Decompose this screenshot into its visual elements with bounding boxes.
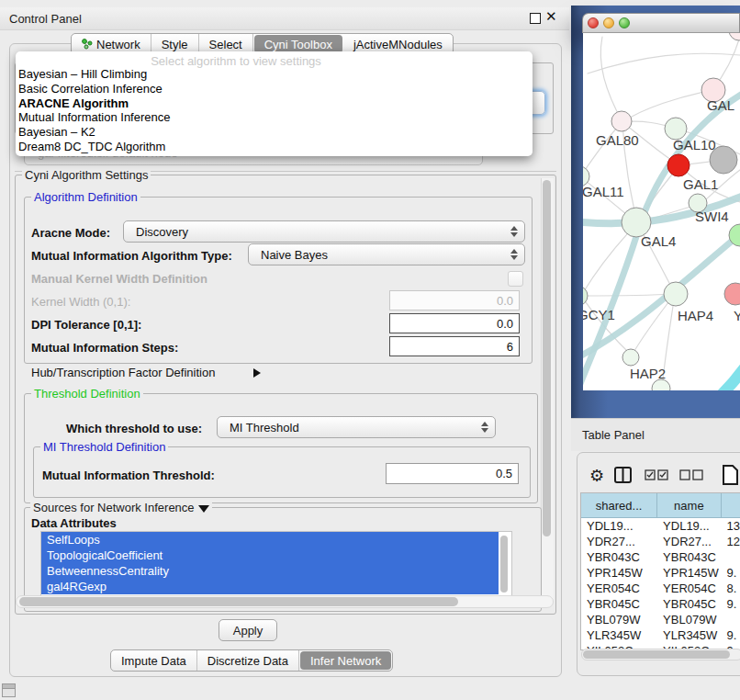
apply-button-label: Apply [233, 624, 263, 638]
aracne-mode-label: Aracne Mode: [31, 226, 110, 240]
network-node-label: GAL [707, 97, 734, 113]
table-row[interactable]: YDL19...YDL19...13 [581, 518, 740, 534]
network-node-hap2[interactable] [622, 349, 639, 366]
network-node[interactable] [729, 33, 740, 40]
network-node-hap4[interactable] [664, 282, 688, 306]
network-node-label: GAL10 [673, 137, 716, 152]
which-threshold-value: MI Threshold [230, 421, 299, 435]
attribute-list-item[interactable]: BetweennessCentrality [41, 563, 499, 579]
mi-threshold-label: Mutual Information Threshold: [42, 469, 215, 482]
column-header[interactable] [722, 493, 740, 518]
float-window-icon[interactable] [530, 13, 541, 24]
table-row[interactable]: YDR27...YDR27...12 [581, 534, 740, 549]
minimize-traffic-light-icon[interactable] [603, 17, 614, 28]
stepper-icon [510, 226, 518, 237]
dock-window-icon[interactable] [2, 683, 16, 697]
mi-threshold-field[interactable]: 0.5 [386, 463, 519, 484]
network-window-titlebar[interactable] [582, 13, 740, 33]
tab-discretize-data[interactable]: Discretize Data [197, 650, 299, 671]
control-panel-title: Control Panel [9, 12, 82, 26]
dpi-tolerance-field[interactable]: 0.0 [389, 313, 520, 333]
deselect-all-icon[interactable] [679, 469, 705, 481]
table-header-row: shared...name [581, 493, 740, 518]
network-edge [622, 90, 712, 122]
hub-expand-arrow-icon[interactable] [253, 367, 261, 380]
network-node-label: HAP4 [678, 308, 713, 323]
select-all-checks-icon[interactable] [645, 469, 670, 481]
settings-vertical-scrollbar-thumb[interactable] [543, 180, 551, 536]
kernel-width-field[interactable]: 0.0 [389, 290, 520, 310]
network-view-canvas[interactable]: GALGAL80GAL10GAL1GAL11SWI4GAL4GCY1HAP4YH… [583, 33, 740, 390]
close-icon[interactable]: ✕ [545, 8, 557, 25]
attribute-list-item[interactable]: SelfLoops [41, 532, 499, 548]
hub-definition-label: Hub/Transcription Factor Definition [31, 366, 215, 379]
node-table[interactable]: shared...name YDL19...YDL19...13YDR27...… [580, 492, 740, 650]
network-node-label: GAL1 [683, 176, 718, 192]
network-graph: GALGAL80GAL10GAL1GAL11SWI4GAL4GCY1HAP4YH… [583, 33, 740, 390]
algorithm-option[interactable]: Mutual Information Inference [18, 110, 170, 124]
network-node-gal1[interactable] [667, 154, 690, 176]
network-node-label: GAL80 [596, 132, 639, 148]
table-cell: 9. [722, 565, 740, 581]
network-node-y[interactable] [724, 283, 740, 305]
algorithm-option[interactable]: Bayesian – K2 [18, 125, 95, 139]
table-cell: YBL079W [581, 612, 657, 627]
manual-kernel-checkbox[interactable] [508, 271, 523, 287]
table-row[interactable]: YPR145WYPR145W9. [581, 565, 740, 581]
sources-legend: Sources for Network Inference [30, 501, 212, 514]
zoom-traffic-light-icon[interactable] [619, 17, 630, 28]
gear-icon[interactable]: ⚙ [589, 466, 604, 485]
algorithm-option[interactable]: ARACNE Algorithm [18, 96, 129, 110]
tab-label: jActiveMNodules [353, 38, 443, 51]
settings-horizontal-scrollbar-thumb[interactable] [19, 597, 458, 606]
file-icon[interactable] [722, 464, 738, 486]
tab-cyni-toolbox[interactable]: Cyni Toolbox [254, 35, 342, 53]
table-horizontal-scrollbar-thumb[interactable] [583, 650, 730, 659]
column-header[interactable]: name [657, 493, 721, 518]
collapse-arrow-icon[interactable] [198, 505, 209, 513]
attribute-list-item[interactable]: TopologicalCoefficient [41, 548, 499, 563]
tab-infer-network[interactable]: Infer Network [300, 651, 391, 670]
sources-legend-text: Sources for Network Inference [33, 501, 195, 514]
algorithm-option[interactable]: Dream8 DC_TDC Algorithm [18, 140, 165, 153]
algorithm-option[interactable]: Basic Correlation Inference [18, 82, 163, 96]
table-cell: 8. [722, 581, 740, 596]
table-row[interactable]: YBL079WYBL079W [581, 612, 740, 627]
mi-steps-field[interactable]: 6 [389, 336, 520, 356]
mi-steps-value: 6 [507, 340, 513, 354]
tab-label: Infer Network [310, 654, 381, 668]
column-header[interactable]: shared... [581, 493, 657, 518]
close-traffic-light-icon[interactable] [588, 17, 599, 28]
attribute-list-item[interactable]: gal4RGexp [41, 579, 499, 594]
bottom-tab-bar: Impute DataDiscretize DataInfer Network [110, 649, 393, 672]
table-cell: YDR27... [581, 534, 657, 549]
table-cell: YER054C [657, 581, 721, 596]
network-node-gcy1[interactable] [583, 286, 588, 306]
table-cell [722, 549, 740, 565]
aracne-mode-value: Discovery [136, 225, 188, 239]
mi-type-combo[interactable]: Naive Bayes [248, 243, 525, 265]
which-threshold-combo[interactable]: MI Threshold [217, 416, 496, 438]
table-cell: YER054C [581, 581, 657, 596]
table-row[interactable]: YLR345WYLR345W9. [581, 627, 740, 643]
table-row[interactable]: YBR045CYBR045C9. [581, 596, 740, 612]
table-panel-header: Table Panel [571, 418, 740, 451]
table-row[interactable]: YBR043CYBR043C [581, 549, 740, 565]
table-cell: 13 [722, 518, 740, 534]
network-node-label: Y [734, 308, 740, 323]
manual-kernel-label: Manual Kernel Width Definition [31, 272, 207, 286]
algorithm-option[interactable]: Bayesian – Hill Climbing [18, 67, 147, 81]
list-scrollbar-thumb[interactable] [500, 536, 508, 593]
table-cell: YBR045C [581, 596, 657, 612]
aracne-mode-combo[interactable]: Discovery [123, 220, 525, 243]
table-cell: YPR145W [581, 565, 657, 581]
network-icon [82, 39, 93, 50]
network-node-gal80[interactable] [611, 111, 632, 131]
network-node-label: GCY1 [583, 307, 615, 322]
control-panel-titlebar: Control Panel [0, 7, 569, 30]
table-cell: 9. [722, 596, 740, 612]
split-columns-icon[interactable] [613, 466, 633, 484]
tab-impute-data[interactable]: Impute Data [111, 650, 197, 671]
apply-button[interactable]: Apply [219, 619, 277, 641]
table-row[interactable]: YER054CYER054C8. [581, 581, 740, 596]
